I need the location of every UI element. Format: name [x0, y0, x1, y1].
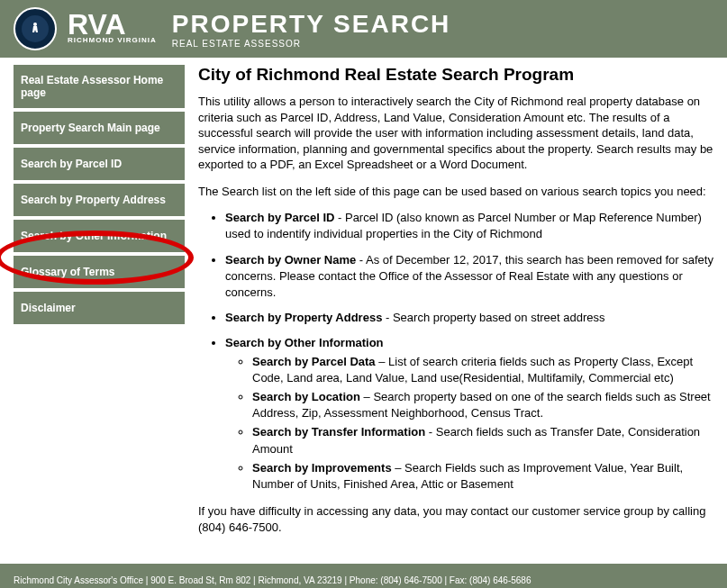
list-label: Search by Owner Name: [225, 253, 356, 267]
list-label: Search by Location: [252, 390, 360, 403]
list-label: Search by Improvements: [252, 461, 392, 475]
page-footer: Richmond City Assessor's Office | 900 E.…: [0, 564, 727, 588]
list-item: Search by Improvements – Search Fields s…: [252, 460, 713, 493]
intro-paragraph-1: This utility allows a person to interact…: [198, 94, 713, 173]
rva-logo-block: RVA RICHMOND VIRGINIA: [68, 14, 157, 45]
sidebar-item-disclaimer[interactable]: Disclaimer: [14, 292, 185, 324]
header-title-block: PROPERTY SEARCH REAL ESTATE ASSESSOR: [172, 10, 451, 49]
sub-list: Search by Parcel Data – List of search c…: [252, 354, 713, 493]
list-item: Search by Location – Search property bas…: [252, 389, 713, 421]
sidebar-item-main[interactable]: Property Search Main page: [14, 112, 185, 144]
footer-line-1: Richmond City Assessor's Office | 900 E.…: [14, 574, 713, 588]
rva-logo-text: RVA: [68, 14, 157, 37]
city-seal-icon: [14, 7, 57, 50]
sidebar-item-glossary[interactable]: Glossary of Terms: [14, 256, 185, 288]
sidebar-item-home[interactable]: Real Estate Assessor Home page: [14, 65, 185, 108]
list-item: Search by Parcel Data – List of search c…: [252, 354, 713, 386]
list-item: Search by Other Information Search by Pa…: [225, 335, 713, 493]
rva-logo-subtitle: RICHMOND VIRGINIA: [68, 36, 157, 44]
svg-point-0: [33, 23, 37, 26]
sidebar-item-parcel-id[interactable]: Search by Parcel ID: [14, 148, 185, 180]
list-text: - Search property based on street addres…: [382, 311, 604, 324]
list-label: Search by Parcel Data: [252, 355, 376, 368]
list-item: Search by Property Address - Search prop…: [225, 310, 713, 326]
list-item: Search by Transfer Information - Search …: [252, 424, 713, 457]
contact-paragraph: If you have difficulty in accessing any …: [198, 503, 713, 535]
list-label: Search by Other Information: [225, 336, 384, 349]
page-title: City of Richmond Real Estate Search Prog…: [198, 65, 713, 85]
list-item: Search by Owner Name - As of December 12…: [225, 252, 713, 302]
header-title: PROPERTY SEARCH: [172, 10, 451, 39]
list-item: Search by Parcel ID - Parcel ID (also kn…: [225, 210, 713, 242]
list-label: Search by Parcel ID: [225, 211, 334, 224]
seal-figure-icon: [27, 21, 43, 37]
sidebar-nav: Real Estate Assessor Home page Property …: [14, 65, 185, 546]
sidebar-item-other-info[interactable]: Search by Other Information: [14, 220, 185, 252]
main-content: City of Richmond Real Estate Search Prog…: [198, 65, 713, 546]
page-header: RVA RICHMOND VIRGINIA PROPERTY SEARCH RE…: [0, 0, 727, 58]
list-label: Search by Property Address: [225, 311, 382, 324]
search-topics-list: Search by Parcel ID - Parcel ID (also kn…: [225, 210, 713, 493]
intro-paragraph-2: The Search list on the left side of this…: [198, 184, 713, 200]
list-label: Search by Transfer Information: [252, 425, 425, 439]
sidebar-item-property-address[interactable]: Search by Property Address: [14, 184, 185, 216]
header-subtitle: REAL ESTATE ASSESSOR: [172, 39, 451, 49]
